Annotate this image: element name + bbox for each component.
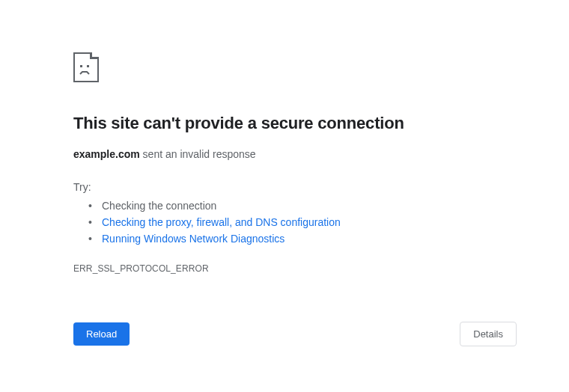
error-title: This site can't provide a secure connect… — [73, 114, 449, 133]
sad-page-icon — [73, 52, 449, 85]
suggestions-list: Checking the connection Checking the pro… — [73, 197, 449, 247]
reload-button[interactable]: Reload — [73, 322, 130, 346]
suggestion-check-proxy-link[interactable]: Checking the proxy, firewall, and DNS co… — [88, 214, 449, 230]
svg-rect-0 — [80, 65, 82, 67]
details-button[interactable]: Details — [460, 322, 517, 346]
suggestion-run-diagnostics-link[interactable]: Running Windows Network Diagnostics — [88, 230, 449, 247]
error-domain: example.com — [73, 148, 140, 160]
error-subtitle: example.com sent an invalid response — [73, 148, 449, 160]
error-page: This site can't provide a secure connect… — [0, 0, 449, 274]
button-row: Reload Details — [73, 322, 517, 346]
svg-rect-1 — [87, 65, 89, 67]
subtitle-text: sent an invalid response — [140, 148, 256, 160]
error-code: ERR_SSL_PROTOCOL_ERROR — [73, 263, 449, 274]
suggestion-check-connection: Checking the connection — [88, 197, 449, 214]
try-label: Try: — [73, 181, 449, 193]
